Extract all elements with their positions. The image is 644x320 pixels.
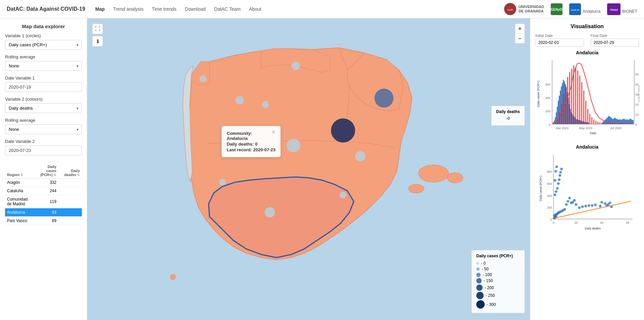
cell-cases: 89 (35, 217, 59, 225)
initial-date-input[interactable]: 2020-02-01 (535, 39, 584, 47)
nav-time[interactable]: Time trends (152, 6, 176, 12)
table-row[interactable]: Comunidadde Madrid 119 (5, 195, 82, 208)
svg-text:20: 20 (575, 221, 578, 224)
tooltip-community-label: Community: (227, 131, 252, 136)
final-date-input[interactable]: 2020-07-29 (591, 39, 639, 47)
cell-deaths (58, 208, 82, 217)
nav-map[interactable]: Map (95, 6, 105, 12)
svg-point-166 (581, 206, 584, 208)
rolling1-label: Rolling average (5, 54, 82, 59)
svg-point-130 (555, 190, 557, 193)
circle-paisvasco[interactable] (291, 61, 300, 70)
svg-rect-71 (615, 118, 616, 124)
pcr-label-50: - 50 (482, 267, 489, 271)
circle-cyl1[interactable] (235, 96, 244, 105)
date2-group: Date Variable 2 2020-07-23 (5, 139, 82, 155)
circle-madrid[interactable] (287, 139, 301, 152)
nav-download[interactable]: Download (185, 6, 206, 12)
rolling1-group: Rolling average None 7-day 14-day (5, 54, 82, 71)
spain-map-svg[interactable] (87, 18, 530, 320)
svg-rect-109 (593, 119, 594, 124)
zoom-out-button[interactable]: − (515, 34, 525, 44)
variable1-select-wrap: Daily cases (PCR+) Daily deaths Total ca… (5, 40, 82, 50)
svg-text:0: 0 (550, 218, 552, 221)
zoom-in-button[interactable]: + (515, 23, 525, 34)
region-table: Region ⇅ Dailycases(PCR+) ⇅ Dailydeaths … (5, 163, 82, 225)
svg-point-169 (591, 204, 594, 207)
tooltip-record-value: 2020-07-23 (253, 147, 276, 152)
svg-rect-101 (577, 70, 578, 124)
date-range-row: Initial Date 2020-02-01 Final Date 2020-… (535, 34, 639, 47)
sidebar: Map data explorer Variable 1 (circles) D… (0, 18, 87, 320)
svg-rect-63 (607, 117, 608, 124)
date1-group: Date Variable 1 2020-07-19 (5, 75, 82, 92)
download-map-button[interactable]: ⬇ (92, 36, 103, 47)
circle-galicia[interactable] (200, 75, 207, 83)
rolling2-select[interactable]: None 7-day 14-day (5, 124, 82, 134)
svg-rect-67 (611, 118, 612, 124)
svg-point-150 (608, 202, 611, 204)
date2-input[interactable]: 2020-07-23 (5, 146, 82, 155)
col-deaths: Dailydeaths ⇅ (58, 163, 82, 178)
circle-andalucia-map[interactable] (265, 207, 275, 218)
final-date-field: Final Date 2020-07-29 (591, 34, 639, 47)
svg-rect-88 (633, 120, 634, 124)
cell-region: Cataluña (5, 187, 35, 195)
map-tooltip: ✕ Community: Andalucía Daily deaths: 0 L… (221, 126, 281, 157)
table-body: Aragón 332 Cataluña 244 Comunidadde Madr… (5, 178, 82, 225)
svg-text:Junta de: Junta de (571, 9, 580, 11)
svg-point-133 (558, 178, 561, 181)
variable2-label: Variable 2 (colours) (5, 97, 82, 102)
region-ibiza[interactable] (409, 184, 424, 193)
fullscreen-button[interactable]: ⛶ (92, 23, 103, 34)
svg-rect-96 (567, 77, 568, 124)
sort-region-icon[interactable]: ⇅ (20, 173, 23, 177)
date1-input[interactable]: 2020-07-19 (5, 82, 82, 92)
table-row[interactable]: Aragón 332 (5, 178, 82, 187)
pcr-legend: Daily cases (PCR+) - 0 - 50 - 100 - 150 (471, 250, 525, 313)
variable1-group: Variable 1 (circles) Daily cases (PCR+) … (5, 33, 82, 50)
circle-aragon[interactable] (331, 118, 355, 143)
pcr-row-50: - 50 (476, 267, 520, 271)
svg-rect-98 (571, 69, 572, 124)
svg-point-170 (594, 204, 597, 206)
svg-rect-97 (569, 72, 570, 124)
table-row[interactable]: País Vasco 89 (5, 217, 82, 225)
initial-date-field: Initial Date 2020-02-01 (535, 34, 584, 47)
pcr-label-150: - 150 (484, 278, 493, 283)
circle-cyl2[interactable] (262, 101, 269, 108)
cell-region: Aragón (5, 178, 35, 187)
tooltip-deaths: Daily deaths: 0 (227, 142, 275, 147)
variable1-select[interactable]: Daily cases (PCR+) Daily deaths Total ca… (5, 40, 82, 50)
tooltip-close-button[interactable]: ✕ (272, 129, 275, 135)
chart2-x-axislabel: Daily deaths (585, 227, 601, 230)
circle-valencia[interactable] (355, 151, 366, 162)
variable2-select[interactable]: Daily deaths Daily cases (PCR+) Total de… (5, 103, 82, 113)
circle-extremadura[interactable] (219, 179, 226, 186)
nav-about[interactable]: About (249, 6, 261, 12)
svg-text:UGR: UGR (507, 8, 513, 11)
pcr-row-250: - 250 (476, 292, 520, 299)
sort-deaths-icon[interactable]: ⇅ (77, 173, 80, 177)
svg-rect-108 (591, 117, 592, 124)
svg-point-144 (570, 202, 573, 204)
svg-rect-113 (601, 123, 602, 124)
region-mallorca[interactable] (418, 165, 448, 182)
region-menorca[interactable] (447, 173, 463, 183)
chart2-title: Andalucia (535, 144, 639, 150)
circle-canarias[interactable] (170, 274, 175, 279)
table-row[interactable]: Cataluña 244 (5, 187, 82, 195)
rolling1-select[interactable]: None 7-day 14-day (5, 61, 82, 71)
nav-team[interactable]: DatAC Team (214, 6, 240, 12)
circle-murcia[interactable] (339, 192, 346, 199)
circle-cataluna[interactable] (374, 89, 393, 108)
panel-title: Visualisation (535, 23, 639, 30)
cell-deaths (58, 187, 82, 195)
sort-cases-icon[interactable]: ⇅ (54, 173, 56, 177)
table-row-selected[interactable]: Andalucía 93 (5, 208, 82, 217)
logo-junta: Junta deAndalucía (569, 3, 600, 15)
nav-trend[interactable]: Trend analysis (113, 6, 144, 12)
map-area[interactable]: ⛶ ⬇ + − (87, 18, 530, 320)
pcr-legend-title: Daily cases (PCR+) (476, 254, 520, 258)
col-cases: Dailycases(PCR+) ⇅ (35, 163, 59, 178)
